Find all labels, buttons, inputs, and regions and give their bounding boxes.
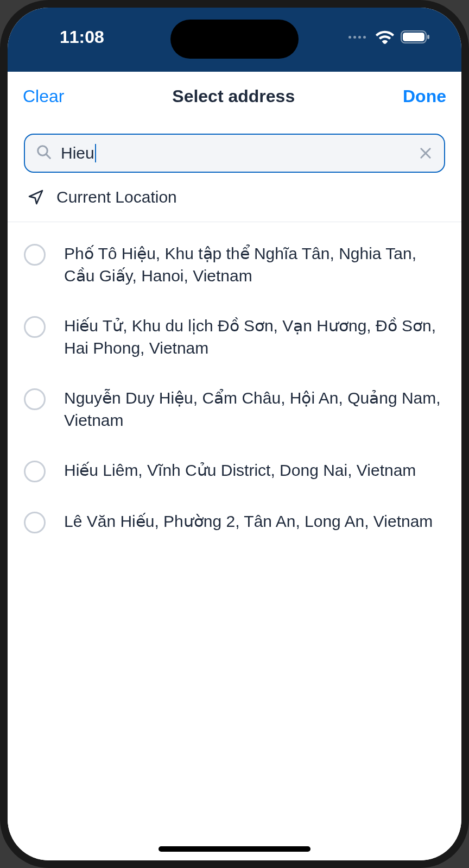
radio-unchecked-icon[interactable] — [24, 388, 46, 410]
text-cursor — [95, 144, 96, 162]
divider — [8, 222, 461, 222]
close-icon — [418, 146, 433, 161]
address-result-row[interactable]: Phố Tô Hiệu, Khu tập thể Nghĩa Tân, Nghi… — [24, 229, 445, 301]
result-text: Phố Tô Hiệu, Khu tập thể Nghĩa Tân, Nghi… — [64, 243, 445, 287]
result-text: Nguyễn Duy Hiệu, Cẩm Châu, Hội An, Quảng… — [64, 387, 445, 431]
nav-bar: Clear Select address Done — [8, 72, 461, 121]
wifi-icon — [376, 30, 394, 44]
radio-unchecked-icon[interactable] — [24, 316, 46, 338]
result-text: Hiếu Liêm, Vĩnh Cửu District, Dong Nai, … — [64, 460, 416, 482]
radio-unchecked-icon[interactable] — [24, 244, 46, 266]
cellular-dots-icon — [348, 36, 366, 39]
radio-unchecked-icon[interactable] — [24, 512, 46, 533]
done-button[interactable]: Done — [403, 86, 446, 106]
search-value: Hieu — [61, 144, 94, 162]
home-indicator[interactable] — [159, 846, 310, 852]
location-arrow-icon — [27, 188, 45, 206]
status-time: 11:08 — [60, 27, 104, 47]
current-location-label: Current Location — [56, 188, 177, 206]
current-location-row[interactable]: Current Location — [24, 173, 445, 222]
radio-unchecked-icon[interactable] — [24, 461, 46, 482]
svg-line-4 — [46, 154, 50, 158]
address-result-row[interactable]: Hiếu Tử, Khu du lịch Đồ Sơn, Vạn Hương, … — [24, 301, 445, 373]
search-icon — [36, 144, 52, 162]
svg-rect-2 — [427, 35, 429, 39]
search-field[interactable]: Hieu — [24, 134, 445, 173]
result-text: Lê Văn Hiếu, Phường 2, Tân An, Long An, … — [64, 511, 433, 533]
content: Hieu Current Location Phố Tô Hiệu, Khu t… — [8, 121, 461, 860]
battery-icon — [401, 30, 431, 44]
result-text: Hiếu Tử, Khu du lịch Đồ Sơn, Vạn Hương, … — [64, 315, 445, 359]
search-input[interactable]: Hieu — [61, 144, 409, 162]
results-list: Phố Tô Hiệu, Khu tập thể Nghĩa Tân, Nghi… — [24, 229, 445, 548]
address-result-row[interactable]: Nguyễn Duy Hiệu, Cẩm Châu, Hội An, Quảng… — [24, 373, 445, 445]
screen: 11:08 Clear Select address Done — [8, 8, 461, 860]
svg-rect-1 — [403, 33, 424, 41]
address-result-row[interactable]: Lê Văn Hiếu, Phường 2, Tân An, Long An, … — [24, 496, 445, 548]
status-right — [348, 30, 431, 44]
status-bar: 11:08 — [8, 8, 461, 72]
address-result-row[interactable]: Hiếu Liêm, Vĩnh Cửu District, Dong Nai, … — [24, 445, 445, 496]
clear-search-button[interactable] — [418, 146, 433, 161]
device-frame: 11:08 Clear Select address Done — [0, 0, 469, 868]
clear-button[interactable]: Clear — [23, 86, 64, 106]
device-notch — [170, 20, 299, 59]
nav-title: Select address — [172, 86, 295, 106]
